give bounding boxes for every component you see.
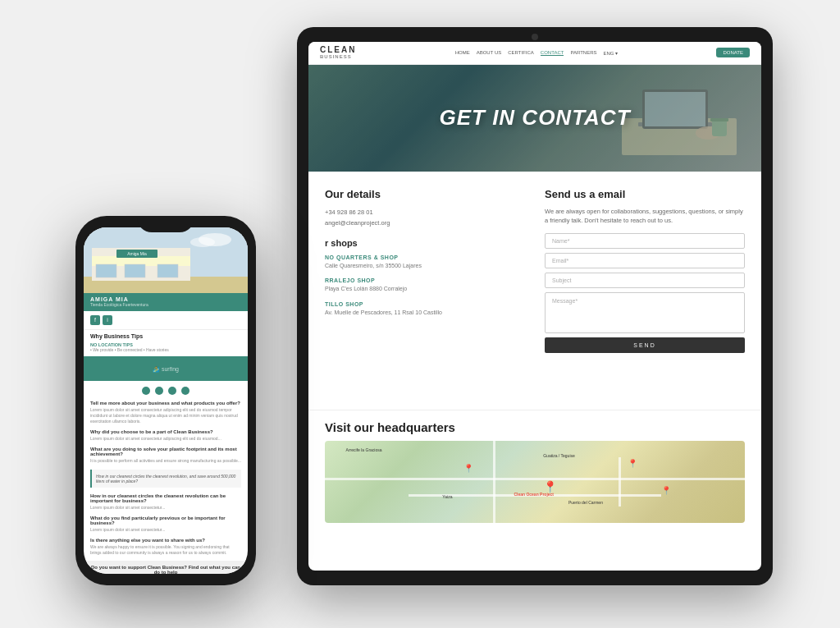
details-heading: Our details	[325, 188, 525, 200]
tablet-hero: Get in Contact	[308, 65, 761, 172]
map-label-3: Puerto del Carmen	[568, 500, 603, 505]
phone-shop-info-1: • We provide • Be connected • Have stori…	[90, 347, 241, 352]
phone-q-title-5: What do you find particularly previous o…	[90, 516, 241, 525]
nav-certifica[interactable]: CERTIFICA	[508, 50, 534, 56]
phone-q-text-2: Lorem ipsum dolor sit amet consectetur a…	[90, 436, 241, 442]
shop-hq: NO QUARTERS & SHOP Calle Quaresmeiro, s/…	[325, 254, 525, 270]
map-pin-green-3: 📍	[661, 486, 671, 495]
phone-q-title-4: How in our cleanest circles the cleanest…	[90, 493, 241, 503]
tablet-camera	[532, 34, 538, 40]
phone-top-bar: AMIGA MIA Tienda Ecológica Fuerteventura	[84, 293, 248, 311]
map-pin-green-1: 📍	[463, 464, 473, 473]
form-message-field[interactable]: Message*	[545, 292, 745, 333]
phone-notch	[137, 216, 194, 232]
svg-point-17	[190, 237, 215, 247]
phone-quote-box: How in our cleanest circles the cleanest…	[90, 470, 241, 488]
phone-q-title-1: Tell me more about your business and wha…	[90, 401, 241, 406]
shops-heading: r shops	[325, 238, 525, 248]
form-email-field[interactable]: Email*	[545, 253, 745, 268]
phone-shop-item-1: No Location Tips • We provide • Be conne…	[84, 341, 248, 354]
shop-castillo: TILLO SHOP Av. Muelle de Pescadores, 11 …	[325, 301, 525, 317]
phone-social-icons: f i	[84, 311, 248, 329]
phone-social-dot-1[interactable]	[142, 387, 150, 395]
phone-social-dot-4[interactable]	[181, 387, 189, 395]
svg-rect-15	[158, 264, 178, 277]
svg-rect-13	[96, 264, 116, 277]
phone-social-dot-2[interactable]	[155, 387, 163, 395]
send-button[interactable]: SEND	[545, 337, 745, 353]
phone-screen: Amiga Mia AMIGA MIA Tienda Ecológica Fue…	[84, 227, 248, 574]
hero-laptop-illustration	[622, 77, 737, 155]
tablet-logo: CLEAN BUSINESS	[320, 46, 356, 59]
phone-q-title-3: What are you doing to solve your plastic…	[90, 447, 241, 456]
tablet-logo-sub: BUSINESS	[320, 54, 356, 59]
phone-social-dot-3[interactable]	[168, 387, 176, 395]
detail-phone: +34 928 86 28 01	[325, 209, 525, 216]
phone-instagram-icon[interactable]: i	[103, 315, 112, 325]
nav-partners[interactable]: PARTNERS	[570, 50, 596, 56]
shop-corralejo: RRALEJO SHOP Playa C'es Lolán 8880 Corra…	[325, 277, 525, 293]
phone-section-title: Why Business Tips	[84, 329, 248, 341]
hq-heading: Visit our headquarters	[325, 420, 745, 434]
nav-contact[interactable]: CONTACT	[541, 50, 564, 56]
phone-hero-image: Amiga Mia	[84, 227, 248, 293]
phone-brand-block: AMIGA MIA Tienda Ecológica Fuerteventura	[90, 296, 148, 307]
shop-castillo-name: TILLO SHOP	[325, 301, 525, 307]
shop-hq-name: NO QUARTERS & SHOP	[325, 254, 525, 260]
email-body: We are always open for collaborations, s…	[545, 207, 745, 226]
tablet-map[interactable]: Arrecife la Graciosa Guatiza / Teguise P…	[325, 441, 745, 523]
tablet-email-section: Send us a email We are always open for c…	[545, 188, 745, 410]
phone-device: Amiga Mia AMIGA MIA Tienda Ecológica Fue…	[75, 216, 256, 585]
nav-about[interactable]: ABOUT US	[477, 50, 502, 56]
map-pin-green-2: 📍	[628, 459, 637, 468]
phone-text-block-5: What do you find particularly previous o…	[84, 513, 248, 535]
tablet-screen: CLEAN BUSINESS HOME ABOUT US CERTIFICA C…	[308, 42, 761, 571]
svg-rect-14	[125, 264, 145, 277]
phone-cta-section: Do you want to support Clean Business? F…	[84, 561, 248, 574]
detail-email: angel@cleanproject.org	[325, 219, 525, 227]
tablet-navbar: CLEAN BUSINESS HOME ABOUT US CERTIFICA C…	[308, 42, 761, 65]
nav-eng[interactable]: ENG ▾	[604, 50, 619, 56]
tablet-hero-title: Get in Contact	[439, 105, 630, 131]
phone-text-block-6: Is there anything else you want to share…	[84, 535, 248, 558]
phone-text-block-2: Why did you choose to be a part of Clean…	[84, 427, 248, 444]
form-name-field[interactable]: Name*	[545, 233, 745, 249]
phone-text-block-1: Tell me more about your business and wha…	[84, 398, 248, 427]
shop-corralejo-name: RRALEJO SHOP	[325, 277, 525, 283]
map-label-4: Yaiza	[442, 494, 452, 499]
nav-home[interactable]: HOME	[455, 50, 470, 56]
tablet-hq-section: Visit our headquarters Arrecife la Graci…	[308, 410, 761, 529]
map-label-1: Arrecife la Graciosa	[346, 447, 382, 452]
map-road-v2	[619, 457, 621, 507]
tablet-device: CLEAN BUSINESS HOME ABOUT US CERTIFICA C…	[297, 27, 773, 585]
phone-q-text-3: It is possible to perform all activities…	[90, 458, 241, 464]
phone-text-block-4: How in our cleanest circles the cleanest…	[84, 491, 248, 513]
svg-rect-5	[712, 120, 727, 136]
svg-rect-3	[645, 92, 705, 126]
tablet-nav-cta[interactable]: DONATE	[716, 48, 750, 57]
shop-hq-addr: Calle Quaresmeiro, s/n 35500 Lajares	[325, 262, 525, 270]
email-heading: Send us a email	[545, 188, 745, 200]
phone-img-block: 🏄 surfing	[84, 356, 248, 381]
shop-corralejo-addr: Playa C'es Lolán 8880 Corralejo	[325, 285, 525, 293]
phone-social-row	[84, 383, 248, 398]
phone-cta-title: Do you want to support Clean Business? F…	[90, 565, 241, 574]
svg-text:🏄 surfing: 🏄 surfing	[153, 365, 179, 373]
phone-q-title-6: Is there anything else you want to share…	[90, 538, 241, 543]
phone-q-text-4: Lorem ipsum dolor sit amet consectetur..…	[90, 505, 241, 511]
phone-q-text-1: Lorem ipsum dolor sit amet consectetur a…	[90, 407, 241, 424]
tablet-logo-main: CLEAN	[320, 46, 356, 54]
scene: CLEAN BUSINESS HOME ABOUT US CERTIFICA C…	[51, 19, 789, 610]
phone-brand: AMIGA MIA	[90, 296, 148, 302]
phone-facebook-icon[interactable]: f	[90, 315, 100, 325]
svg-rect-6	[710, 118, 728, 121]
form-subject-field[interactable]: Subject	[545, 273, 745, 288]
tablet-nav-links: HOME ABOUT US CERTIFICA CONTACT PARTNERS…	[455, 50, 618, 56]
svg-text:Amiga Mia: Amiga Mia	[127, 251, 147, 256]
tablet-main-content: Our details +34 928 86 28 01 angel@clean…	[308, 172, 761, 410]
phone-q-title-2: Why did you choose to be a part of Clean…	[90, 429, 241, 434]
map-road-h1	[325, 478, 745, 480]
map-label-2: Guatiza / Teguise	[543, 453, 575, 458]
phone-q-text-6: We are always happy to ensure it is poss…	[90, 544, 241, 556]
map-main-label: Clean Ocean Project	[514, 492, 554, 497]
